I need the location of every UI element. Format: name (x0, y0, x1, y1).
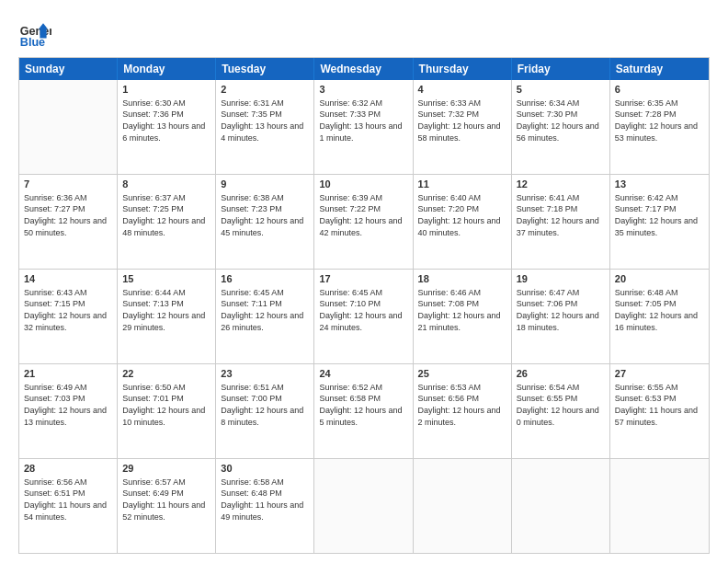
day-info: Sunrise: 6:48 AMSunset: 7:05 PMDaylight:… (615, 287, 704, 333)
day-number: 10 (319, 178, 407, 191)
day-number: 30 (221, 462, 309, 476)
day-number: 5 (517, 83, 605, 97)
calendar-cell: 15Sunrise: 6:44 AMSunset: 7:13 PMDayligh… (118, 270, 216, 363)
calendar-cell: 24Sunrise: 6:52 AMSunset: 6:58 PMDayligh… (314, 364, 413, 458)
day-header-tuesday: Tuesday (216, 58, 314, 80)
day-number: 7 (24, 178, 112, 191)
day-number: 26 (517, 367, 605, 381)
calendar-cell: 26Sunrise: 6:54 AMSunset: 6:55 PMDayligh… (512, 364, 610, 458)
calendar-cell: 10Sunrise: 6:39 AMSunset: 7:22 PMDayligh… (314, 175, 413, 269)
day-info: Sunrise: 6:30 AMSunset: 7:36 PMDaylight:… (122, 98, 210, 144)
day-info: Sunrise: 6:45 AMSunset: 7:11 PMDaylight:… (221, 287, 309, 333)
calendar-cell (19, 80, 118, 174)
calendar-header: SundayMondayTuesdayWednesdayThursdayFrid… (19, 58, 709, 80)
calendar-cell: 21Sunrise: 6:49 AMSunset: 7:03 PMDayligh… (19, 364, 118, 458)
day-number: 8 (122, 178, 210, 191)
day-info: Sunrise: 6:38 AMSunset: 7:23 PMDaylight:… (221, 192, 309, 238)
day-info: Sunrise: 6:50 AMSunset: 7:01 PMDaylight:… (122, 382, 210, 428)
calendar-cell: 18Sunrise: 6:46 AMSunset: 7:08 PMDayligh… (414, 270, 512, 363)
calendar-cell: 22Sunrise: 6:50 AMSunset: 7:01 PMDayligh… (118, 364, 216, 458)
day-header-thursday: Thursday (414, 58, 512, 80)
day-number: 4 (418, 83, 506, 97)
day-info: Sunrise: 6:47 AMSunset: 7:06 PMDaylight:… (517, 287, 605, 333)
calendar-cell: 5Sunrise: 6:34 AMSunset: 7:30 PMDaylight… (512, 80, 610, 174)
day-info: Sunrise: 6:39 AMSunset: 7:22 PMDaylight:… (319, 192, 407, 238)
calendar-cell: 19Sunrise: 6:47 AMSunset: 7:06 PMDayligh… (512, 270, 610, 363)
day-info: Sunrise: 6:34 AMSunset: 7:30 PMDaylight:… (517, 98, 605, 144)
calendar-cell: 3Sunrise: 6:32 AMSunset: 7:33 PMDaylight… (314, 80, 413, 174)
calendar-cell: 25Sunrise: 6:53 AMSunset: 6:56 PMDayligh… (414, 364, 512, 458)
calendar-cell: 13Sunrise: 6:42 AMSunset: 7:17 PMDayligh… (610, 175, 709, 269)
day-info: Sunrise: 6:46 AMSunset: 7:08 PMDaylight:… (418, 287, 506, 333)
day-info: Sunrise: 6:32 AMSunset: 7:33 PMDaylight:… (319, 98, 407, 144)
day-info: Sunrise: 6:43 AMSunset: 7:15 PMDaylight:… (24, 287, 112, 333)
day-info: Sunrise: 6:52 AMSunset: 6:58 PMDaylight:… (319, 382, 407, 428)
day-number: 9 (221, 178, 309, 191)
logo-icon: General Blue (18, 17, 51, 50)
calendar-cell: 20Sunrise: 6:48 AMSunset: 7:05 PMDayligh… (610, 270, 709, 363)
day-info: Sunrise: 6:33 AMSunset: 7:32 PMDaylight:… (418, 98, 506, 144)
calendar: SundayMondayTuesdayWednesdayThursdayFrid… (18, 57, 710, 554)
calendar-cell (414, 459, 512, 553)
day-number: 19 (517, 272, 605, 286)
day-number: 24 (319, 367, 407, 381)
calendar-cell: 17Sunrise: 6:45 AMSunset: 7:10 PMDayligh… (314, 270, 413, 363)
day-header-sunday: Sunday (19, 58, 118, 80)
calendar-cell: 7Sunrise: 6:36 AMSunset: 7:27 PMDaylight… (19, 175, 118, 269)
calendar-week-1: 1Sunrise: 6:30 AMSunset: 7:36 PMDaylight… (19, 80, 709, 174)
day-info: Sunrise: 6:56 AMSunset: 6:51 PMDaylight:… (24, 477, 112, 523)
calendar-cell: 29Sunrise: 6:57 AMSunset: 6:49 PMDayligh… (118, 459, 216, 553)
day-number: 15 (122, 272, 210, 286)
logo: General Blue (18, 17, 51, 50)
calendar-cell (314, 459, 413, 553)
day-number: 12 (517, 178, 605, 191)
calendar-cell: 2Sunrise: 6:31 AMSunset: 7:35 PMDaylight… (216, 80, 314, 174)
day-info: Sunrise: 6:35 AMSunset: 7:28 PMDaylight:… (615, 98, 704, 144)
day-number: 6 (615, 83, 704, 97)
calendar-cell (610, 459, 709, 553)
day-header-wednesday: Wednesday (314, 58, 413, 80)
calendar-cell (512, 459, 610, 553)
day-info: Sunrise: 6:49 AMSunset: 7:03 PMDaylight:… (24, 382, 112, 428)
calendar-week-4: 21Sunrise: 6:49 AMSunset: 7:03 PMDayligh… (19, 363, 709, 458)
day-info: Sunrise: 6:41 AMSunset: 7:18 PMDaylight:… (517, 192, 605, 238)
day-info: Sunrise: 6:40 AMSunset: 7:20 PMDaylight:… (418, 192, 506, 238)
calendar-body: 1Sunrise: 6:30 AMSunset: 7:36 PMDaylight… (19, 80, 709, 553)
calendar-cell: 1Sunrise: 6:30 AMSunset: 7:36 PMDaylight… (118, 80, 216, 174)
calendar-cell: 30Sunrise: 6:58 AMSunset: 6:48 PMDayligh… (216, 459, 314, 553)
calendar-cell: 9Sunrise: 6:38 AMSunset: 7:23 PMDaylight… (216, 175, 314, 269)
day-info: Sunrise: 6:51 AMSunset: 7:00 PMDaylight:… (221, 382, 309, 428)
calendar-cell: 11Sunrise: 6:40 AMSunset: 7:20 PMDayligh… (414, 175, 512, 269)
calendar-cell: 27Sunrise: 6:55 AMSunset: 6:53 PMDayligh… (610, 364, 709, 458)
day-info: Sunrise: 6:31 AMSunset: 7:35 PMDaylight:… (221, 98, 309, 144)
calendar-cell: 4Sunrise: 6:33 AMSunset: 7:32 PMDaylight… (414, 80, 512, 174)
day-info: Sunrise: 6:58 AMSunset: 6:48 PMDaylight:… (221, 477, 309, 523)
day-number: 3 (319, 83, 407, 97)
day-number: 13 (615, 178, 704, 191)
day-number: 1 (122, 83, 210, 97)
calendar-cell: 8Sunrise: 6:37 AMSunset: 7:25 PMDaylight… (118, 175, 216, 269)
day-info: Sunrise: 6:44 AMSunset: 7:13 PMDaylight:… (122, 287, 210, 333)
calendar-cell: 14Sunrise: 6:43 AMSunset: 7:15 PMDayligh… (19, 270, 118, 363)
day-info: Sunrise: 6:45 AMSunset: 7:10 PMDaylight:… (319, 287, 407, 333)
day-number: 17 (319, 272, 407, 286)
calendar-cell: 28Sunrise: 6:56 AMSunset: 6:51 PMDayligh… (19, 459, 118, 553)
calendar-cell: 23Sunrise: 6:51 AMSunset: 7:00 PMDayligh… (216, 364, 314, 458)
day-info: Sunrise: 6:53 AMSunset: 6:56 PMDaylight:… (418, 382, 506, 428)
day-number: 22 (122, 367, 210, 381)
day-info: Sunrise: 6:37 AMSunset: 7:25 PMDaylight:… (122, 192, 210, 238)
day-number: 18 (418, 272, 506, 286)
calendar-week-5: 28Sunrise: 6:56 AMSunset: 6:51 PMDayligh… (19, 458, 709, 553)
day-number: 21 (24, 367, 112, 381)
day-header-monday: Monday (118, 58, 216, 80)
day-number: 16 (221, 272, 309, 286)
day-number: 2 (221, 83, 309, 97)
day-number: 14 (24, 272, 112, 286)
day-info: Sunrise: 6:55 AMSunset: 6:53 PMDaylight:… (615, 382, 704, 428)
day-number: 11 (418, 178, 506, 191)
day-number: 20 (615, 272, 704, 286)
day-info: Sunrise: 6:57 AMSunset: 6:49 PMDaylight:… (122, 477, 210, 523)
day-header-friday: Friday (512, 58, 610, 80)
day-number: 23 (221, 367, 309, 381)
day-number: 25 (418, 367, 506, 381)
